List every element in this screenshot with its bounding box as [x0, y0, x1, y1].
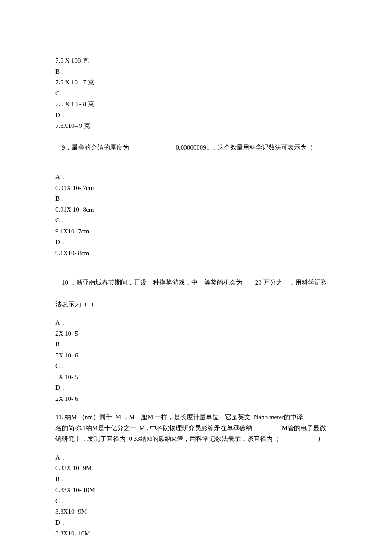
q10-option-b-label: B．: [55, 339, 337, 350]
q8-option-d-label: D．: [55, 110, 337, 121]
q9-option-d-label: D．: [55, 237, 337, 248]
q11-line3-a: 镜研究中，发现了直径为 0.33纳M的碳纳M管，用科学记数法表示，该直径为（: [55, 434, 279, 445]
q10-line1-a: 10 ．新亚商城春节期间，开设一种摸奖游戏，中一等奖的机会为: [62, 279, 242, 286]
document-page: 7.6 X 108 克 B． 7.6 X 10 - 7 克 C． 7.6 X 1…: [0, 0, 392, 555]
q11-option-a-label: A．: [55, 452, 337, 463]
q8-option-c-label: C．: [55, 88, 337, 99]
q9-option-b-text: 0.91X 10- 8cm: [55, 204, 337, 216]
q8-option-b-text: 7.6 X 10 - 7 克: [55, 77, 337, 88]
q9-text-b: 0.000000091 ，这个数量用科学记数法可表示为（: [176, 144, 314, 151]
q9-option-d-text: 9.1X10- 8cm: [55, 248, 337, 259]
q9-option-c-label: C．: [55, 215, 337, 226]
q11-option-c-text: 3.3X10- 9M: [55, 506, 337, 518]
q11-stem-line2: 名的简称.1纳M是十亿分之一 M . 中科院物理研究员彭练矛在单壁碳纳M管的电子…: [55, 423, 337, 434]
q10-stem-line2: 法表示为（ ）: [55, 299, 337, 310]
q9-option-a-text: 0.91X 10- 7cm: [55, 183, 337, 194]
q11-option-d-label: D．: [55, 518, 337, 529]
q10-option-d-label: D．: [55, 382, 337, 394]
q9-option-c-text: 9.1X10- 7cm: [55, 226, 337, 237]
q10-option-b-text: 5X 10- 6: [55, 350, 337, 361]
q11-option-b-text: 0.33X 10- 10M: [55, 485, 337, 496]
q11-option-a-text: 0.33X 10- 9M: [55, 463, 337, 474]
q9-stem: 9．最薄的金箔的厚度为0.000000091 ，这个数量用科学记数法可表示为（: [55, 132, 337, 164]
q11-stem-line3: 镜研究中，发现了直径为 0.33纳M的碳纳M管，用科学记数法表示，该直径为（）: [55, 434, 337, 445]
q11-stem-line1: 11. 纳M （nm）同千 M ，M，厘M 一样，是长度计量单位，它是英文 Na…: [55, 412, 337, 423]
q9-number: 9．: [62, 144, 72, 151]
q9-text-a: 最薄的金箔的厚度为: [72, 144, 129, 151]
q10-option-c-label: C．: [55, 361, 337, 372]
q11-line2-b: M管的电子显微: [282, 423, 326, 434]
q9-option-b-label: B．: [55, 193, 337, 204]
q11-option-c-label: C．: [55, 496, 337, 507]
q10-option-d-text: 2X 10- 6: [55, 394, 337, 405]
q10-option-c-text: 5X 10- 5: [55, 372, 337, 383]
q10-line1-b: 20 万分之一，用科学记数: [255, 279, 327, 286]
q8-option-a-text: 7.6 X 108 克: [55, 55, 337, 66]
q10-stem-line1: 10 ．新亚商城春节期间，开设一种摸奖游戏，中一等奖的机会为20 万分之一，用科…: [55, 266, 337, 299]
q9-option-a-label: A．: [55, 172, 337, 183]
q10-option-a-text: 2X 10- 5: [55, 328, 337, 339]
q8-option-d-text: 7.6X10– 9 克: [55, 121, 337, 132]
q11-option-b-label: B．: [55, 474, 337, 485]
q8-option-c-text: 7.6 X 10 - 8 克: [55, 99, 337, 110]
q8-option-b-label: B．: [55, 66, 337, 78]
q11-option-d-text: 3.3X10- 10M: [55, 528, 337, 539]
q11-line2-a: 名的简称.1纳M是十亿分之一 M . 中科院物理研究员彭练矛在单壁碳纳: [55, 423, 252, 434]
q10-option-a-label: A．: [55, 317, 337, 328]
q11-line3-b: ）: [317, 434, 337, 445]
